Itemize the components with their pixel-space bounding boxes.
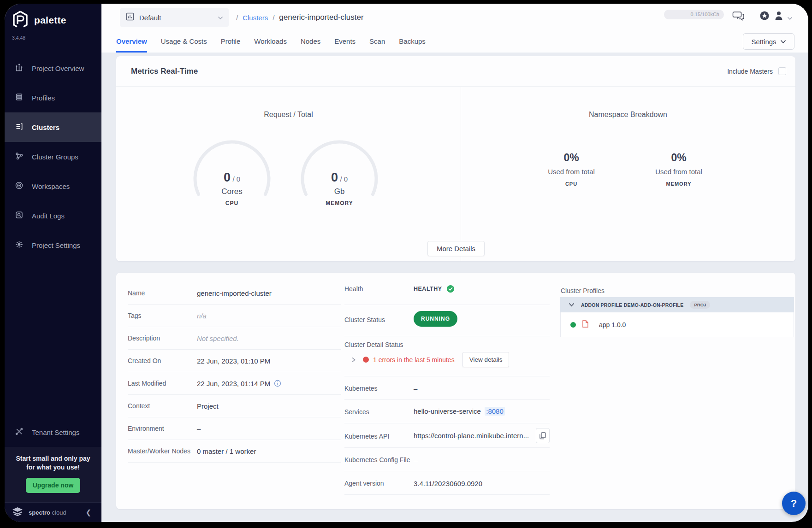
status-label: Cluster Detail Status [344, 341, 403, 348]
sidebar-item-project-settings[interactable]: Project Settings [5, 230, 101, 260]
memory-gauge: 0 / 0 Gb [298, 137, 381, 220]
sidebar-item-clusters[interactable]: Clusters [5, 112, 101, 142]
breadcrumb-separator: / [273, 14, 274, 22]
view-details-button[interactable]: View details [462, 352, 510, 367]
sidebar-item-cluster-groups[interactable]: Cluster Groups [5, 142, 101, 171]
running-badge: RUNNING [414, 311, 457, 327]
tab-overview[interactable]: Overview [116, 31, 147, 53]
detail-label: Created On [128, 357, 197, 364]
cluster-profiles-box: ADDON PROFILE DEMO-ADD-ON-PROFILE PROJ a… [560, 297, 794, 337]
sidebar-item-label: Project Settings [32, 241, 80, 249]
detail-row-last-modified: Last Modified 22 Jun, 2023, 01:14 PM [128, 372, 341, 395]
star-badge-icon[interactable] [759, 11, 770, 23]
collapse-sidebar-icon[interactable]: ❮ [85, 508, 91, 516]
tab-profile[interactable]: Profile [221, 31, 241, 53]
breadcrumb: / Clusters / generic-imported-cluster [236, 4, 364, 31]
upgrade-now-button[interactable]: Upgrade now [26, 478, 80, 493]
health-value: HEALTHY [414, 285, 455, 293]
status-label: Health [344, 285, 363, 293]
healthy-check-icon [446, 285, 455, 293]
namespace-memory-stat: 0% Used from total MEMORY [623, 152, 734, 187]
status-row-kubernetes: Kubernetes – [344, 376, 550, 400]
tab-workloads[interactable]: Workloads [254, 31, 287, 53]
sidebar-item-label: Clusters [32, 123, 59, 131]
sidebar-nav: Project Overview Profiles [5, 53, 101, 260]
status-row-kubernetes-api: Kubernetes API https://control-plane.min… [344, 423, 550, 448]
kubernetes-value: – [414, 385, 417, 393]
detail-label: Master/Worker Nodes [128, 447, 197, 455]
project-selector[interactable]: Default [120, 8, 229, 27]
status-label: Services [344, 408, 369, 416]
profile-item-row[interactable]: app 1.0.0 [560, 312, 794, 337]
audit-logs-icon [15, 211, 24, 221]
detail-row-context: Context Project [128, 395, 341, 417]
more-details-button[interactable]: More Details [427, 241, 485, 256]
tab-usage-costs[interactable]: Usage & Costs [161, 31, 207, 53]
sidebar-footer: spectro cloud ❮ [5, 502, 101, 522]
status-row-health: Health HEALTHY [344, 285, 550, 305]
detail-value: Not specified. [197, 334, 239, 342]
detail-row-environment: Environment – [128, 417, 341, 440]
status-row-config-file: Kubernetes Config File – [344, 448, 550, 471]
config-file-value: – [414, 456, 417, 464]
expand-chevron-icon[interactable] [351, 357, 356, 363]
profile-group-name: ADDON PROFILE DEMO-ADD-ON-PROFILE [581, 302, 683, 308]
namespace-cpu-label: CPU [516, 181, 627, 187]
detail-row-name: Name generic-imported-cluster [128, 282, 341, 305]
tab-nodes[interactable]: Nodes [301, 31, 320, 53]
gear-icon [15, 240, 24, 250]
copy-button[interactable] [536, 428, 550, 443]
detail-value: generic-imported-cluster [197, 289, 272, 297]
user-icon[interactable] [774, 11, 783, 23]
status-label: Cluster Status [344, 316, 385, 323]
cluster-profiles-title: Cluster Profiles [561, 287, 605, 294]
tab-bar: Overview Usage & Costs Profile Workloads… [116, 31, 426, 53]
chat-icon[interactable] [732, 11, 745, 23]
sidebar-item-workspaces[interactable]: Workspaces [5, 171, 101, 201]
status-row-services: Services hello-universe-service :8080 [344, 400, 550, 423]
promo-text-line2: for what you use! [5, 463, 101, 472]
palette-logo-icon [11, 10, 30, 30]
cluster-detail-card: Name generic-imported-cluster Tags n/a D… [116, 273, 795, 509]
settings-button[interactable]: Settings [743, 33, 794, 50]
service-port-link[interactable]: :8080 [485, 407, 505, 416]
memory-caption: MEMORY [298, 200, 381, 206]
detail-label: Last Modified [128, 380, 197, 387]
cpu-caption: CPU [190, 200, 273, 206]
profile-group-header[interactable]: ADDON PROFILE DEMO-ADD-ON-PROFILE PROJ [560, 297, 794, 312]
topbar: Default / Clusters / generic-imported-cl… [101, 4, 808, 53]
upgrade-promo: Start small and only pay for what you us… [5, 447, 101, 502]
footer-brand: spectro cloud [29, 509, 66, 516]
profiles-icon [15, 93, 24, 103]
sidebar-item-audit-logs[interactable]: Audit Logs [5, 201, 101, 230]
help-button[interactable]: ? [782, 492, 806, 515]
breadcrumb-link-clusters[interactable]: Clusters [243, 14, 268, 22]
detail-value: 22 Jun, 2023, 01:14 PM [197, 380, 281, 387]
detail-label: Environment [128, 425, 197, 432]
namespace-memory-label: MEMORY [623, 181, 734, 187]
tab-scan[interactable]: Scan [369, 31, 385, 53]
agent-version-value: 3.4.11/20230609.0920 [414, 480, 482, 487]
detail-label: Context [128, 402, 197, 410]
kubernetes-api-value: https://control-plane.minikube.intern... [414, 432, 529, 440]
status-label: Kubernetes API [344, 433, 389, 440]
info-icon[interactable] [274, 380, 281, 387]
user-menu-chevron-icon[interactable] [787, 14, 793, 22]
tab-events[interactable]: Events [334, 31, 356, 53]
detail-value: 22 Jun, 2023, 01:10 PM [197, 357, 270, 365]
tab-backups[interactable]: Backups [399, 31, 426, 53]
app-window: palette 3.4.48 Project Overview [5, 4, 808, 522]
detail-row-description: Description Not specified. [128, 327, 341, 350]
cluster-error-row: 1 errors in the last 5 minutes View deta… [351, 352, 509, 367]
workspaces-icon [15, 181, 24, 191]
chart-icon [125, 12, 135, 23]
cpu-unit: Cores [190, 187, 273, 196]
include-masters-checkbox[interactable] [778, 67, 786, 75]
sidebar-item-profiles[interactable]: Profiles [5, 83, 101, 112]
cpu-request-value: 0 [224, 170, 231, 184]
manifest-icon [582, 320, 589, 330]
status-row-agent-version: Agent version 3.4.11/20230609.0920 [344, 471, 550, 495]
sidebar-item-project-overview[interactable]: Project Overview [5, 53, 101, 83]
detail-value: – [197, 425, 201, 433]
sidebar-item-tenant-settings[interactable]: Tenant Settings [5, 417, 101, 447]
